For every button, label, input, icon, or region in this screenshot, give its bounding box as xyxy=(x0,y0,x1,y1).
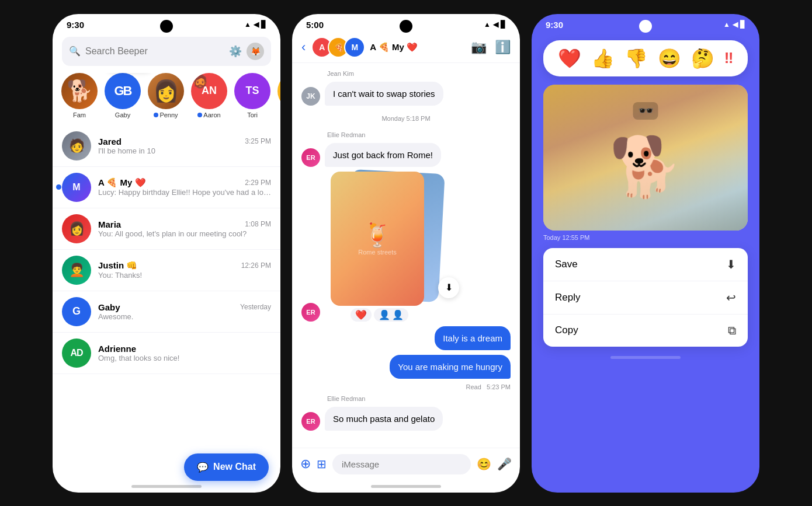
user-avatar[interactable]: 🦊 xyxy=(247,43,264,60)
status-bar-2: 5:00 ▲ ◀ ▊ xyxy=(292,14,520,32)
image-container: 🍹 Rome streets ⬇ ❤️ 👤👤 xyxy=(325,172,442,322)
chat-header-bar: ‹ A 🍕 M A 🍕 My ❤️ 📷 ℹ️ xyxy=(292,32,520,63)
chat-item-justin[interactable]: 🧑‍🦱 Justin 👊 12:26 PM You: Thanks! xyxy=(53,250,280,291)
chat-preview-maria: You: All good, let's plan in our meeting… xyxy=(98,229,271,238)
msg-row-ellie-1: ER Just got back from Rome! xyxy=(301,143,511,167)
time-divider-monday: Monday 5:18 PM xyxy=(301,115,511,122)
story-penny[interactable]: 👩 Penny xyxy=(148,73,183,118)
image-icon[interactable]: ⊞ xyxy=(317,457,327,471)
chat-item-jared[interactable]: 🧑 Jared 3:25 PM I'll be home in 10 xyxy=(53,125,280,167)
reaction-thumbsdown-btn[interactable]: 👎 xyxy=(624,47,648,69)
story-label-aaron: Aaron xyxy=(197,111,220,118)
story-avatar-penny: 👩 xyxy=(148,73,184,109)
chat-name-my: A 🍕 My ❤️ xyxy=(98,177,146,188)
reaction-heart-btn[interactable]: ❤️ xyxy=(558,47,581,69)
home-indicator-1 xyxy=(131,485,202,488)
signal-icon-3: ◀ xyxy=(733,20,738,29)
msg-row-image: ER 🍹 Rome streets ⬇ xyxy=(301,172,511,322)
save-label: Save xyxy=(555,259,578,270)
photo-timestamp: Today 12:55 PM xyxy=(532,231,759,243)
plus-icon[interactable]: ⊕ xyxy=(300,456,311,472)
chat-time-gaby: Yesterday xyxy=(240,303,271,311)
chat-info-maria: Maria 1:08 PM You: All good, let's plan … xyxy=(98,219,271,238)
chat-info-gaby: Gaby Yesterday Awesome. xyxy=(98,302,271,321)
context-item-copy[interactable]: Copy ⧉ xyxy=(543,315,748,347)
reaction-laugh-btn[interactable]: 😄 xyxy=(658,47,681,69)
story-gaby[interactable]: GB Did you getan iPhone!? Gaby xyxy=(105,73,140,118)
chat-item-maria[interactable]: 👩 Maria 1:08 PM You: All good, let's pla… xyxy=(53,208,280,250)
chat-preview-my: Lucy: Happy birthday Ellie!! Hope you've… xyxy=(98,188,271,197)
context-item-save[interactable]: Save ⬇ xyxy=(543,248,748,281)
battery-icon: ▊ xyxy=(261,20,266,29)
reaction-exclaim-btn[interactable]: ‼ xyxy=(724,49,734,67)
back-button[interactable]: ‹ xyxy=(301,40,306,55)
sender-label-jean: Jean Kim xyxy=(301,70,511,77)
signal-icon-2: ◀ xyxy=(493,20,498,29)
chat-item-my[interactable]: M A 🍕 My ❤️ 2:29 PM Lucy: Happy birthday… xyxy=(53,167,280,208)
chat-time-my: 2:29 PM xyxy=(245,179,271,187)
chat-group-avatars: A 🍕 M xyxy=(311,37,365,58)
chat-preview-adrienne: Omg, that looks so nice! xyxy=(98,354,271,362)
gear-icon[interactable]: ⚙️ xyxy=(229,45,242,58)
chat-item-gaby[interactable]: G Gaby Yesterday Awesome. xyxy=(53,291,280,333)
search-bar[interactable]: 🔍 ⚙️ 🦊 xyxy=(62,37,271,66)
msg-row-jean: JK I can't wait to swap stories xyxy=(301,82,511,106)
reaction-thumbsup-btn[interactable]: 👍 xyxy=(591,47,615,69)
bubble-out-2: You are making me hungry xyxy=(390,355,511,379)
emoji-icon[interactable]: 😊 xyxy=(477,457,491,471)
msg-avatar-ellie: ER xyxy=(301,148,320,167)
msg-avatar-ellie-img: ER xyxy=(301,303,320,322)
info-icon[interactable]: ℹ️ xyxy=(495,40,511,55)
reactions-bar-image: ❤️ 👤👤 xyxy=(325,308,442,322)
download-button[interactable]: ⬇ xyxy=(438,277,459,298)
reaction-heart: ❤️ xyxy=(351,308,372,322)
story-avatar-fam: 🐕 xyxy=(61,73,98,109)
time-3: 9:30 xyxy=(546,20,563,30)
video-call-icon[interactable]: 📷 xyxy=(471,40,487,55)
msg-row-out-2: You are making me hungry xyxy=(301,355,511,379)
context-item-reply[interactable]: Reply ↩ xyxy=(543,281,748,315)
battery-icon-2: ▊ xyxy=(501,20,506,29)
wifi-icon-3: ▲ xyxy=(723,20,730,29)
search-input[interactable] xyxy=(85,46,224,57)
signal-icon: ◀ xyxy=(254,20,259,29)
story-tori[interactable]: TS Tori xyxy=(235,73,270,118)
status-icons-1: ▲ ◀ ▊ xyxy=(244,20,266,29)
story-fam[interactable]: 🐕 Fam xyxy=(62,73,97,118)
reaction-thinking-btn[interactable]: 🤔 xyxy=(691,47,714,69)
reply-label: Reply xyxy=(555,292,580,303)
chat-avatar-maria: 👩 xyxy=(62,214,91,243)
msg-avatar-ellie-2: ER xyxy=(301,412,320,431)
chat-preview-justin: You: Thanks! xyxy=(98,271,271,280)
chat-item-adrienne[interactable]: AD Adrienne Omg, that looks so nice! xyxy=(53,333,280,374)
new-chat-button[interactable]: 💬 New Chat xyxy=(184,453,269,481)
mic-icon[interactable]: 🎤 xyxy=(497,457,512,471)
dog-photo: 🐕 🕶️ xyxy=(543,85,748,231)
gaby-initials: GB xyxy=(114,83,131,99)
dog-silhouette: 🐕 🕶️ xyxy=(543,85,748,231)
chat-info-justin: Justin 👊 12:26 PM You: Thanks! xyxy=(98,260,271,280)
camera-pill-2 xyxy=(400,20,412,33)
home-indicator-3 xyxy=(610,356,681,359)
msg-avatar-jean: JK xyxy=(301,87,320,106)
time-1: 9:30 xyxy=(67,20,84,30)
camera-pill-1 xyxy=(160,20,173,33)
phone-chat-view: 5:00 ▲ ◀ ▊ ‹ A 🍕 M A 🍕 My ❤️ 📷 ℹ️ Jean K… xyxy=(292,14,520,493)
phone-chat-list: 9:30 ▲ ◀ ▊ 🔍 ⚙️ 🦊 🐕 Fam GB Did you ge xyxy=(53,14,280,493)
status-icons-3: ▲ ◀ ▊ xyxy=(723,20,745,29)
chat-info-adrienne: Adrienne Omg, that looks so nice! xyxy=(98,344,271,362)
sender-label-ellie-1: Ellie Redman xyxy=(301,131,511,138)
chat-name-gaby: Gaby xyxy=(98,302,120,312)
story-aaron[interactable]: AN 🧔 Aaron xyxy=(192,73,227,118)
bubble-out-1: Italy is a dream xyxy=(435,326,511,350)
story-label-gaby: Gaby xyxy=(115,111,130,118)
chat-list: 🧑 Jared 3:25 PM I'll be home in 10 M A 🍕… xyxy=(53,125,280,480)
story-hailey[interactable]: 🧕 Hailey xyxy=(278,73,280,118)
context-menu: Save ⬇ Reply ↩ Copy ⧉ xyxy=(543,248,748,347)
message-input[interactable] xyxy=(332,454,471,474)
chat-name-maria: Maria xyxy=(98,219,121,229)
chat-preview-jared: I'll be home in 10 xyxy=(98,146,271,155)
chat-preview-gaby: Awesome. xyxy=(98,312,271,321)
chat-avatar-jared: 🧑 xyxy=(62,131,91,160)
wifi-icon-2: ▲ xyxy=(484,20,491,29)
